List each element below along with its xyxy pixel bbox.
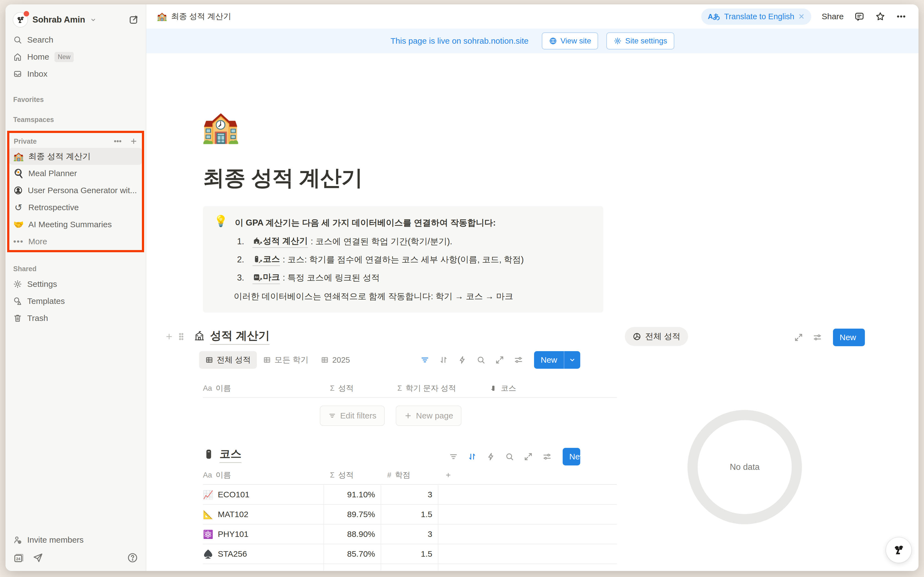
new-button-dropdown[interactable] <box>863 329 865 346</box>
notion-ai-button[interactable] <box>886 537 911 563</box>
sidebar-item-page-retrospective[interactable]: ↺ Retrospective <box>9 199 142 216</box>
table-row[interactable]: 📈ECO101 91.10% 3 <box>203 485 617 505</box>
new-page-button[interactable] <box>128 14 140 26</box>
settings-sliders-icon[interactable] <box>542 452 552 461</box>
sidebar-item-inbox[interactable]: Inbox <box>9 65 142 82</box>
settings-sliders-icon[interactable] <box>514 355 523 364</box>
sidebar-item-templates[interactable]: Templates <box>9 293 142 309</box>
invite-members-button[interactable]: Invite members <box>9 531 142 548</box>
course-grade: 88.90% <box>324 524 381 544</box>
sidebar-item-settings[interactable]: Settings <box>9 276 142 293</box>
view-tab-all-terms[interactable]: 모든 학기 <box>257 351 315 369</box>
page-mention-marks[interactable]: A+↗ 마크 <box>252 271 280 284</box>
section-label-favorites[interactable]: Favorites <box>9 96 142 103</box>
no-data-label: No data <box>730 462 760 472</box>
calendar-icon[interactable]: 24 <box>13 552 24 563</box>
sort-icon[interactable] <box>439 355 448 364</box>
column-header-grade[interactable]: Σ 성적 <box>324 383 391 393</box>
column-header-credits[interactable]: # 학점 <box>381 470 438 480</box>
notification-dot <box>24 11 29 16</box>
table-row[interactable]: ⚛️PHY101 88.90% 3 <box>203 524 617 544</box>
comments-button[interactable] <box>854 11 864 22</box>
column-header-name[interactable]: Aa 이름 <box>203 470 324 480</box>
expand-icon[interactable] <box>794 333 803 342</box>
section-label-shared[interactable]: Shared <box>9 265 142 273</box>
filter-icon <box>328 412 336 420</box>
search-icon[interactable] <box>476 355 486 364</box>
view-site-button[interactable]: View site <box>542 32 598 50</box>
mention-label: 코스 <box>263 253 280 265</box>
table-view-icon <box>263 356 271 364</box>
drag-handle-icon <box>176 332 186 341</box>
page-mention-grades[interactable]: ↗ 성적 계산기 <box>252 235 308 248</box>
view-tab-2025[interactable]: 2025 <box>315 351 356 369</box>
page-menu-button[interactable] <box>896 11 906 22</box>
sidebar-item-more[interactable]: ••• More <box>9 233 142 250</box>
column-label: 성적 <box>338 383 354 393</box>
site-settings-button[interactable]: Site settings <box>606 32 674 50</box>
new-page-button[interactable]: New page <box>396 406 462 426</box>
plus-icon[interactable] <box>129 137 138 146</box>
new-button-label: New <box>534 351 564 369</box>
section-label-private[interactable]: Private <box>14 137 37 145</box>
table-row[interactable]: ♠️STA256 85.70% 1.5 <box>203 544 617 564</box>
expand-icon[interactable] <box>495 355 504 364</box>
column-header-grade[interactable]: Σ 성적 <box>324 470 381 480</box>
sidebar-item-search[interactable]: Search <box>9 31 142 48</box>
page-mention-courses[interactable]: ↗ 코스 <box>252 253 280 266</box>
expand-icon[interactable] <box>523 452 533 461</box>
chart-view-tab[interactable]: 전체 성적 <box>625 327 688 346</box>
person-add-icon <box>13 535 23 545</box>
edit-filters-button[interactable]: Edit filters <box>320 406 385 426</box>
avatar <box>13 12 28 27</box>
courses-table-body: 📈ECO101 91.10% 3 📐MAT102 89.75% 1.5 ⚛️PH… <box>203 485 617 571</box>
grades-db-title[interactable]: 성적 계산기 <box>210 328 270 345</box>
search-icon[interactable] <box>505 452 514 461</box>
new-button-label: New <box>563 448 580 466</box>
workspace-switcher[interactable]: Sohrab Amin <box>9 5 142 31</box>
sidebar-item-trash[interactable]: Trash <box>9 309 142 327</box>
section-label-teamspaces[interactable]: Teamspaces <box>9 116 142 124</box>
more-icon[interactable] <box>113 137 122 146</box>
filter-icon[interactable] <box>449 452 458 461</box>
courses-db-toolbar: New <box>449 448 580 466</box>
page-title[interactable]: 최종 성적 계산기 <box>203 164 362 193</box>
list-text: : 코스: 학기를 점수에 연결하는 코스 세부 사항(이름, 코드, 학점) <box>283 254 524 266</box>
sidebar-item-page-grade-calculator[interactable]: 🏫 최종 성적 계산기 <box>9 148 142 165</box>
trash-icon <box>13 313 23 323</box>
courses-db-title[interactable]: 코스 <box>220 446 241 463</box>
new-button-dropdown[interactable] <box>564 351 580 369</box>
close-icon[interactable]: ✕ <box>798 12 804 21</box>
new-entry-button[interactable]: New <box>534 351 580 369</box>
favorite-button[interactable] <box>875 11 885 22</box>
page-emoji-icon[interactable]: 🏫 <box>201 111 240 142</box>
new-entry-button[interactable]: New <box>833 329 865 346</box>
sidebar-item-page-user-persona[interactable]: User Persona Generator wit... <box>9 182 142 199</box>
table-row[interactable]: 📐MAT102 89.75% 1.5 <box>203 505 617 524</box>
share-button[interactable]: Share <box>822 12 844 21</box>
sidebar-item-page-ai-meeting-summaries[interactable]: 🤝 AI Meeting Summaries <box>9 216 142 233</box>
column-header-letter-grade[interactable]: Σ 학기 문자 성적 <box>391 383 483 393</box>
settings-sliders-icon[interactable] <box>813 333 822 342</box>
new-entry-button[interactable]: New <box>563 448 580 466</box>
sidebar-item-home[interactable]: Home New <box>9 48 142 65</box>
translate-chip[interactable]: Aあ Translate to English ✕ <box>701 8 811 25</box>
list-item: 3. A+↗ 마크 : 특정 코스에 링크된 성적 <box>237 272 592 284</box>
filter-icon[interactable] <box>420 355 430 364</box>
plus-icon <box>444 471 452 479</box>
view-tab-all-grades[interactable]: 전체 성적 <box>199 351 257 369</box>
ellipsis-icon <box>896 11 906 22</box>
lightning-icon[interactable] <box>486 452 496 461</box>
sidebar-item-label: Retrospective <box>28 203 79 212</box>
formula-property-icon: Σ <box>330 384 335 393</box>
lightning-icon[interactable] <box>457 355 467 364</box>
sort-icon[interactable] <box>467 452 477 461</box>
paper-plane-icon[interactable] <box>32 552 44 563</box>
breadcrumb[interactable]: 🏫 최종 성적 계산기 <box>157 11 231 22</box>
add-column-button[interactable] <box>438 471 452 479</box>
help-icon[interactable] <box>127 552 138 563</box>
column-header-name[interactable]: Aa 이름 <box>203 383 324 393</box>
sidebar-item-page-meal-planner[interactable]: 🍳 Meal Planner <box>9 165 142 182</box>
column-header-courses[interactable]: 코스 <box>483 383 617 393</box>
block-controls[interactable] <box>165 332 186 341</box>
